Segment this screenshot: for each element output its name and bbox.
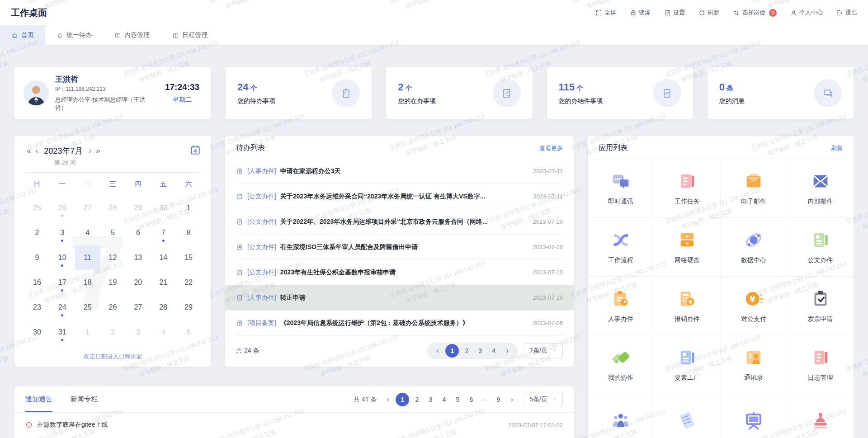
calendar-day[interactable]: 17 xyxy=(50,270,75,295)
header-action-settings[interactable]: 设置 xyxy=(664,9,685,17)
app-item-人事办件[interactable]: 人事办件 xyxy=(588,277,654,335)
page-button-9[interactable]: 9 xyxy=(492,394,504,405)
calendar-day[interactable]: 13 xyxy=(125,245,151,270)
next-month-button[interactable]: › xyxy=(86,146,94,155)
calendar-day[interactable]: 30 xyxy=(24,320,50,344)
header-action-select-post[interactable]: 选择岗位0 xyxy=(733,9,777,17)
notice-page-size-select[interactable]: 5条/页 xyxy=(524,392,563,407)
page-button-4[interactable]: 4 xyxy=(438,394,450,405)
prev-year-button[interactable]: « xyxy=(24,146,33,155)
next-page-button[interactable]: › xyxy=(506,394,518,405)
calendar-day[interactable]: 26 xyxy=(100,295,126,320)
view-more-link[interactable]: 查看更多 xyxy=(539,144,563,152)
calendar-day[interactable]: 11 xyxy=(75,245,100,270)
calendar-day[interactable]: 16 xyxy=(24,270,50,295)
calendar-day[interactable]: 14 xyxy=(151,245,176,270)
calendar-day[interactable]: 27 xyxy=(75,195,100,220)
calendar-day[interactable]: 24 xyxy=(50,295,75,320)
tab-home[interactable]: 首页 xyxy=(0,25,45,45)
calendar-day[interactable]: 20 xyxy=(125,270,151,295)
calendar-day[interactable]: 30 xyxy=(151,195,176,220)
page-button-1[interactable]: 1 xyxy=(396,393,409,406)
calendar-day[interactable]: 5 xyxy=(100,220,126,245)
app-item-row5-18[interactable] xyxy=(721,394,787,438)
app-item-内部邮件[interactable]: 内部邮件 xyxy=(787,159,854,218)
calendar-day[interactable]: 25 xyxy=(75,295,100,320)
calendar-day[interactable]: 4 xyxy=(75,220,100,245)
tab-content-mgmt[interactable]: 内容管理 xyxy=(103,25,161,45)
app-item-要素工厂[interactable]: 要素工厂 xyxy=(654,335,721,394)
app-item-公文办件[interactable]: 公文办件 xyxy=(787,218,854,277)
calendar-day[interactable]: 26 xyxy=(50,195,75,220)
calendar-day[interactable]: 31 xyxy=(50,320,75,344)
todo-item[interactable]: [人事办件]申请在家远程办公3天2023-07-11 xyxy=(236,159,563,184)
app-item-工作流程[interactable]: 工作流程 xyxy=(588,218,654,277)
app-item-数据中心[interactable]: 数据中心 xyxy=(721,218,787,277)
calendar-day[interactable]: 29 xyxy=(125,195,151,220)
calendar-day[interactable]: 25 xyxy=(24,195,50,220)
app-item-日志管理[interactable]: 日志管理 xyxy=(787,335,854,394)
todo-item[interactable]: [公文办件]关于2023年水务运维外采合同“2023年水务局统一认证 有生博大V… xyxy=(236,184,563,209)
page-button-6[interactable]: 6 xyxy=(465,394,477,405)
app-item-对公支付[interactable]: ¥对公支付 xyxy=(721,277,787,335)
page-button-5[interactable]: 5 xyxy=(452,394,463,405)
calendar-day[interactable]: 5 xyxy=(176,320,201,344)
tab-unified-todo[interactable]: 统一待办 xyxy=(45,25,103,45)
calendar-day[interactable]: 3 xyxy=(50,220,75,245)
calendar-day[interactable]: 29 xyxy=(176,295,201,320)
app-item-即时通讯[interactable]: 即时通讯 xyxy=(588,159,654,218)
prev-month-button[interactable]: ‹ xyxy=(33,146,40,155)
todo-item[interactable]: [人事办件]转正申请2023-07-10 xyxy=(225,285,574,311)
calendar-day[interactable]: 1 xyxy=(75,320,100,344)
next-year-button[interactable]: » xyxy=(94,146,102,155)
header-action-lock-screen[interactable]: 锁屏 xyxy=(630,9,651,17)
page-button-2[interactable]: 2 xyxy=(411,394,423,405)
calendar-day[interactable]: 10 xyxy=(50,245,75,270)
app-item-row5-16[interactable] xyxy=(588,394,654,438)
calendar-day[interactable]: 21 xyxy=(151,270,176,295)
todo-item[interactable]: [公文办件]关于2022年、2023年水务局运维项目外采“北京市政务云服务合同（… xyxy=(236,209,563,235)
app-refresh-link[interactable]: 刷新 xyxy=(831,144,843,152)
calendar-day[interactable]: 12 xyxy=(100,245,126,270)
page-button-4[interactable]: 4 xyxy=(488,345,500,357)
app-item-我的协作[interactable]: 我的协作 xyxy=(588,335,654,394)
app-item-通讯录[interactable]: 通讯录 xyxy=(721,335,787,394)
todo-item[interactable]: [项目备案]《2023年局信息系统运行维护（第2包：基础办公系统技术服务）》20… xyxy=(236,311,563,336)
app-item-电子邮件[interactable]: 电子邮件 xyxy=(721,159,787,218)
todo-page-size-select[interactable]: 7条/页 xyxy=(524,343,563,358)
page-button-3[interactable]: 3 xyxy=(425,394,436,405)
app-item-网络硬盘[interactable]: 网络硬盘 xyxy=(654,218,721,277)
prev-page-button[interactable]: ‹ xyxy=(382,394,394,405)
header-action-profile[interactable]: 个人中心 xyxy=(790,9,823,17)
page-button-2[interactable]: 2 xyxy=(461,345,472,357)
calendar-day[interactable]: 6 xyxy=(125,220,151,245)
calendar-day[interactable]: 23 xyxy=(24,295,50,320)
calendar-day[interactable]: 28 xyxy=(151,295,176,320)
notice-tab-news[interactable]: 新闻专栏 xyxy=(71,386,98,412)
calendar-day[interactable]: 2 xyxy=(100,320,126,344)
calendar-day[interactable]: 22 xyxy=(176,270,201,295)
calendar-day[interactable]: 9 xyxy=(24,245,50,270)
calendar-day[interactable]: 4 xyxy=(151,320,176,344)
header-action-refresh[interactable]: 刷新 xyxy=(698,9,719,17)
app-item-报销办件[interactable]: ¥报销办件 xyxy=(654,277,721,335)
calendar-day[interactable]: 8 xyxy=(176,220,201,245)
todo-item[interactable]: [公文办件]2023年有生社保公积金基数申报审核申请2023-07-10 xyxy=(236,260,563,285)
calendar-day[interactable]: 18 xyxy=(75,270,100,295)
notice-tab-notices[interactable]: 通知通告 xyxy=(25,386,52,412)
next-page-button[interactable]: › xyxy=(501,345,513,357)
header-action-fullscreen[interactable]: 全屏 xyxy=(595,9,616,17)
todo-item[interactable]: [公文办件]有生深境ISO三体系年审人员配合及牌匾借出申请2023-07-10 xyxy=(236,235,563,260)
today-calendar-icon[interactable]: 今 xyxy=(189,144,201,158)
calendar-day[interactable]: 19 xyxy=(100,270,126,295)
calendar-footer-hint[interactable]: 双击日期进入日程界面 xyxy=(14,353,211,361)
header-action-logout[interactable]: 退出 xyxy=(836,9,857,17)
calendar-day[interactable]: 7 xyxy=(151,220,176,245)
page-button-3[interactable]: 3 xyxy=(474,345,486,357)
calendar-day[interactable]: 3 xyxy=(125,320,151,344)
tab-schedule-mgmt[interactable]: 日程管理 xyxy=(161,25,219,45)
calendar-day[interactable]: 27 xyxy=(125,295,151,320)
calendar-day[interactable]: 15 xyxy=(176,245,201,270)
app-item-发票申请[interactable]: 发票申请 xyxy=(787,277,854,335)
app-item-row5-17[interactable] xyxy=(654,394,721,438)
